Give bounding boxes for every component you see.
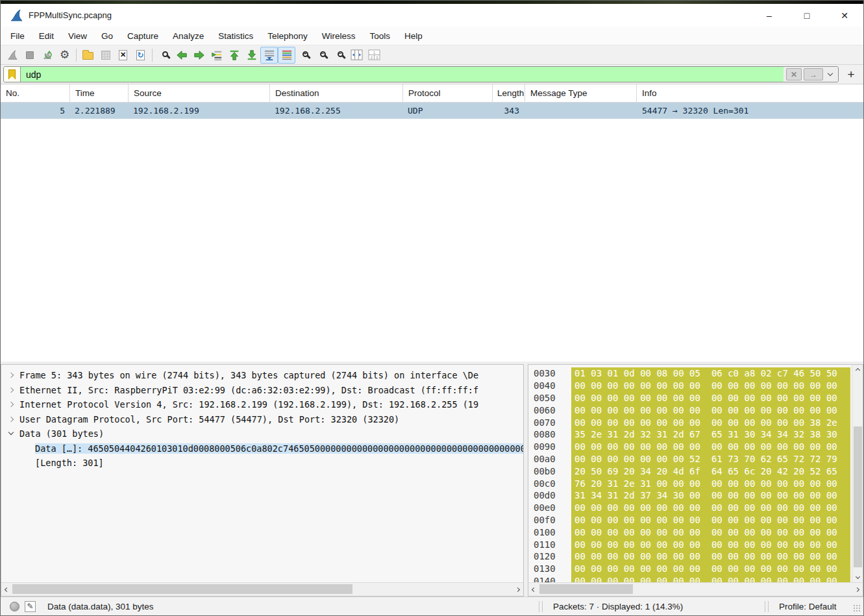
- hex-row[interactable]: 0090 00 00 00 00 00 00 00 0000 00 00 00 …: [528, 441, 852, 453]
- expander-chevron-icon[interactable]: [8, 430, 14, 435]
- scroll-left-icon[interactable]: [528, 584, 539, 595]
- capture-options-icon[interactable]: ⚙: [56, 47, 73, 64]
- column-header-destination[interactable]: Destination: [270, 84, 403, 102]
- detail-line[interactable]: User Datagram Protocol, Src Port: 54477 …: [1, 412, 523, 427]
- close-file-icon[interactable]: ✕: [114, 47, 132, 64]
- hex-row[interactable]: 0140 00 00 00 00 00 00 00 0000 00 00 00 …: [528, 575, 852, 582]
- hex-row[interactable]: 0030 01 03 01 0d 00 08 00 0506 c0 a8 02 …: [528, 367, 852, 380]
- column-header-source[interactable]: Source: [129, 84, 270, 102]
- column-header-time[interactable]: Time: [70, 84, 129, 102]
- expander-chevron-icon[interactable]: [8, 373, 14, 378]
- filter-bookmark-button[interactable]: [4, 67, 21, 82]
- maximize-button[interactable]: □: [788, 4, 826, 27]
- hex-bytes-highlighted[interactable]: 00 00 00 00 00 00 00 0000 00 00 00 00 00…: [571, 502, 850, 514]
- hex-row[interactable]: 0100 00 00 00 00 00 00 00 0000 00 00 00 …: [528, 526, 852, 538]
- resize-grip[interactable]: [853, 604, 861, 613]
- packet-row-selected[interactable]: 5 2.221889 192.168.2.199 192.168.2.255 U…: [1, 103, 863, 119]
- hex-bytes-highlighted[interactable]: 01 03 01 0d 00 08 00 0506 c0 a8 02 c7 46…: [571, 367, 850, 380]
- filter-apply-button[interactable]: →: [804, 68, 823, 80]
- hex-bytes-highlighted[interactable]: 00 00 00 00 00 00 00 0000 00 00 00 00 00…: [571, 380, 850, 392]
- hex-bytes-highlighted[interactable]: 00 00 00 00 00 00 00 0000 00 00 00 00 00…: [571, 563, 850, 575]
- menu-item[interactable]: Telephony: [260, 29, 315, 43]
- hex-horizontal-scrollbar[interactable]: [528, 582, 863, 596]
- hex-row[interactable]: 0060 00 00 00 00 00 00 00 0000 00 00 00 …: [528, 404, 852, 416]
- filter-dropdown-button[interactable]: [825, 73, 835, 75]
- detail-line[interactable]: Data […]: 4650504404260103010d0008000506…: [1, 441, 523, 456]
- hex-row[interactable]: 0080 35 2e 31 2d 32 31 2d 6765 31 30 34 …: [528, 428, 852, 441]
- filter-value[interactable]: udp: [21, 69, 784, 80]
- hex-bytes-highlighted[interactable]: 76 20 31 2e 31 00 00 0000 00 00 00 00 00…: [571, 477, 850, 489]
- detail-line[interactable]: Ethernet II, Src: RaspberryPiT_03:e2:99 …: [1, 383, 523, 398]
- detail-line[interactable]: Frame 5: 343 bytes on wire (2744 bits), …: [1, 368, 523, 383]
- find-packet-icon[interactable]: [155, 47, 173, 64]
- scrollbar-thumb[interactable]: [12, 584, 352, 594]
- go-to-packet-icon[interactable]: [208, 47, 225, 64]
- hex-bytes-highlighted[interactable]: 00 00 00 00 00 00 00 0000 00 00 00 00 00…: [571, 575, 850, 582]
- next-packet-icon[interactable]: [190, 47, 208, 64]
- save-file-icon[interactable]: [97, 47, 114, 64]
- previous-packet-icon[interactable]: [173, 47, 190, 64]
- zoom-reset-icon[interactable]: −: [330, 47, 348, 64]
- hex-row[interactable]: 00d0 31 34 31 2d 37 34 30 0000 00 00 00 …: [528, 489, 852, 502]
- hex-bytes-highlighted[interactable]: 00 00 00 00 00 00 00 0000 00 00 00 00 00…: [571, 416, 850, 428]
- hex-bytes-highlighted[interactable]: 00 00 00 00 00 00 00 0000 00 00 00 00 00…: [571, 404, 850, 416]
- hex-vertical-scrollbar[interactable]: [852, 365, 863, 582]
- restart-capture-icon[interactable]: [38, 47, 56, 64]
- hex-row[interactable]: 00b0 20 50 69 20 34 20 4d 6f64 65 6c 20 …: [528, 465, 852, 477]
- open-file-icon[interactable]: [79, 47, 97, 64]
- hex-row[interactable]: 0070 00 00 00 00 00 00 00 0000 00 00 00 …: [528, 416, 852, 428]
- minimize-button[interactable]: –: [750, 4, 788, 27]
- add-filter-button[interactable]: +: [843, 66, 859, 83]
- expander-chevron-icon[interactable]: [8, 388, 14, 393]
- expander-chevron-icon[interactable]: [8, 402, 14, 407]
- hex-row[interactable]: 00c0 76 20 31 2e 31 00 00 0000 00 00 00 …: [528, 477, 852, 489]
- hex-row[interactable]: 0120 00 00 00 00 00 00 00 0000 00 00 00 …: [528, 550, 852, 563]
- hex-bytes-highlighted[interactable]: 00 00 00 00 00 00 00 0000 00 00 00 00 00…: [571, 441, 850, 453]
- scroll-left-icon[interactable]: [1, 584, 12, 595]
- menu-item[interactable]: Go: [94, 29, 120, 43]
- scroll-down-icon[interactable]: [852, 571, 863, 582]
- zoom-out-icon[interactable]: −: [313, 47, 330, 64]
- hex-row[interactable]: 00f0 00 00 00 00 00 00 00 0000 00 00 00 …: [528, 514, 852, 526]
- scroll-up-icon[interactable]: [852, 365, 863, 376]
- menu-item[interactable]: Edit: [32, 29, 61, 43]
- column-header-length[interactable]: Length: [493, 84, 525, 102]
- detail-line[interactable]: Data (301 bytes): [1, 426, 523, 441]
- menu-item[interactable]: Capture: [120, 29, 166, 43]
- menu-item[interactable]: Statistics: [211, 29, 260, 43]
- hex-bytes-highlighted[interactable]: 00 00 00 00 00 00 00 5261 73 70 62 65 72…: [571, 453, 850, 465]
- last-packet-icon[interactable]: [243, 47, 260, 64]
- stop-capture-icon[interactable]: [21, 47, 38, 64]
- column-header-no[interactable]: No.: [1, 84, 70, 102]
- hex-bytes-highlighted[interactable]: 00 00 00 00 00 00 00 0000 00 00 00 00 00…: [571, 392, 850, 404]
- column-header-info[interactable]: Info: [637, 84, 863, 102]
- colorize-packets-icon[interactable]: [278, 47, 295, 64]
- scrollbar-thumb[interactable]: [539, 584, 633, 594]
- start-capture-icon[interactable]: [3, 47, 21, 64]
- layout-123-icon[interactable]: 123: [365, 47, 383, 64]
- hex-row[interactable]: 0130 00 00 00 00 00 00 00 0000 00 00 00 …: [528, 563, 852, 575]
- details-horizontal-scrollbar[interactable]: [1, 582, 523, 596]
- hex-bytes-highlighted[interactable]: 00 00 00 00 00 00 00 0000 00 00 00 00 00…: [571, 526, 850, 538]
- menu-item[interactable]: Wireless: [315, 29, 363, 43]
- reload-file-icon[interactable]: ↻: [132, 47, 149, 64]
- expander-chevron-icon[interactable]: [8, 417, 14, 422]
- column-header-protocol[interactable]: Protocol: [403, 84, 493, 102]
- scroll-right-icon[interactable]: [512, 584, 523, 595]
- profile-text[interactable]: Profile: Default: [770, 602, 853, 611]
- display-filter-input[interactable]: udp ✕ →: [3, 66, 839, 82]
- hex-row[interactable]: 0040 00 00 00 00 00 00 00 0000 00 00 00 …: [528, 380, 852, 392]
- menu-item[interactable]: Tools: [362, 29, 397, 43]
- filter-clear-button[interactable]: ✕: [786, 68, 802, 80]
- column-header-message-type[interactable]: Message Type: [525, 84, 637, 102]
- scrollbar-thumb[interactable]: [854, 426, 862, 567]
- hex-bytes-highlighted[interactable]: 00 00 00 00 00 00 00 0000 00 00 00 00 00…: [571, 550, 850, 563]
- hex-bytes-highlighted[interactable]: 35 2e 31 2d 32 31 2d 6765 31 30 34 34 32…: [571, 428, 850, 441]
- detail-line[interactable]: [Length: 301]: [1, 456, 523, 471]
- hex-row[interactable]: 00a0 00 00 00 00 00 00 00 5261 73 70 62 …: [528, 453, 852, 465]
- menu-item[interactable]: Analyze: [166, 29, 211, 43]
- hex-bytes-highlighted[interactable]: 31 34 31 2d 37 34 30 0000 00 00 00 00 00…: [571, 489, 850, 502]
- hex-row[interactable]: 00e0 00 00 00 00 00 00 00 0000 00 00 00 …: [528, 502, 852, 514]
- hex-bytes-highlighted[interactable]: 00 00 00 00 00 00 00 0000 00 00 00 00 00…: [571, 514, 850, 526]
- menu-item[interactable]: View: [61, 29, 94, 43]
